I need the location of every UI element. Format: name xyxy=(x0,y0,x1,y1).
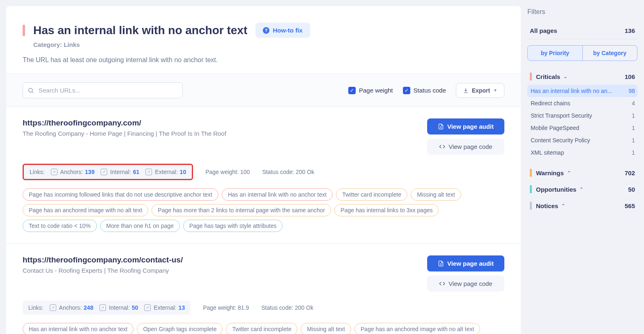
filter-label: Mobile PageSpeed xyxy=(531,125,579,131)
svg-point-0 xyxy=(29,88,32,92)
checkbox-icon: ✓ xyxy=(348,87,356,94)
section-opportunities[interactable]: Opportunities ⌃ 50 xyxy=(527,181,637,197)
tab-by-priority[interactable]: by Priority xyxy=(527,45,583,61)
section-name: Criticals xyxy=(536,73,560,80)
section-count: 50 xyxy=(628,186,635,193)
links-stats: Links: ↗Anchors: 248 ↗Internal: 50 ↗Exte… xyxy=(23,301,191,315)
filter-sections: Criticals ⌄ 106 Has an internal link wit… xyxy=(527,68,637,214)
tags-row: Has an internal link with no anchor text… xyxy=(23,323,504,334)
search-input[interactable] xyxy=(23,82,183,98)
tab-by-category[interactable]: by Category xyxy=(583,45,638,61)
filter-item[interactable]: Strict Transport Security 1 xyxy=(527,109,637,122)
internal-count[interactable]: 50 xyxy=(132,304,138,311)
result-page-title: The Roofing Company - Home Page | Financ… xyxy=(23,130,226,137)
link-icon: ↗ xyxy=(101,169,107,175)
link-icon: ↗ xyxy=(144,304,151,311)
issue-tag[interactable]: Page has incoming followed links that do… xyxy=(23,188,218,201)
filter-label: Strict Transport Security xyxy=(531,112,592,119)
view-page-code-button[interactable]: View page code xyxy=(427,139,504,155)
link-icon: ↗ xyxy=(99,304,106,311)
external-count[interactable]: 10 xyxy=(180,169,186,175)
filter-item[interactable]: Has an internal link with no an... 98 xyxy=(527,85,637,97)
filters-heading: Filters xyxy=(527,8,637,16)
links-stats: Links: ↗Anchors: 139 ↗Internal: 61 ↗Exte… xyxy=(23,164,193,180)
issue-tag[interactable]: Missing alt text xyxy=(411,188,461,201)
section-name: Warnings xyxy=(536,169,564,176)
issue-tag[interactable]: More than one h1 on page xyxy=(100,220,180,232)
filter-count: 98 xyxy=(628,88,635,94)
issue-tag[interactable]: Has an internal link with no anchor text xyxy=(23,323,133,334)
section-count: 565 xyxy=(625,202,635,209)
section-count: 702 xyxy=(625,169,635,176)
section-warnings[interactable]: Warnings ⌃ 702 xyxy=(527,165,637,181)
result-url[interactable]: https://theroofingcompany.com/contact-us… xyxy=(23,255,183,264)
link-icon: ↗ xyxy=(51,169,58,175)
howto-fix-button[interactable]: ? How-to fix xyxy=(255,23,310,38)
issue-tag[interactable]: Page has an anchored image with no alt t… xyxy=(354,323,480,334)
link-icon: ↗ xyxy=(50,304,56,311)
search-box xyxy=(23,82,183,98)
issue-tag[interactable]: Page has internal links to 3xx pages xyxy=(334,204,439,216)
filter-label: XML sitemap xyxy=(531,149,564,156)
severity-marker xyxy=(530,185,532,193)
filter-item[interactable]: XML sitemap 1 xyxy=(527,146,637,159)
filter-count: 4 xyxy=(632,100,635,107)
page-weight-checkbox[interactable]: ✓ Page weight xyxy=(348,87,393,94)
filters-sidebar: Filters All pages 136 by Priority by Cat… xyxy=(521,0,644,334)
issue-tag[interactable]: Page has more than 2 links to internal p… xyxy=(152,204,331,216)
main-content: Has an internal link with no anchor text… xyxy=(6,6,521,334)
page-title: Has an internal link with no anchor text xyxy=(33,24,247,37)
filter-label: Has an internal link with no an... xyxy=(531,88,612,94)
anchors-count[interactable]: 248 xyxy=(84,304,93,311)
category-label: Category: Links xyxy=(33,41,504,48)
internal-count[interactable]: 61 xyxy=(133,169,140,175)
help-icon: ? xyxy=(263,27,269,34)
filter-item[interactable]: Content Security Policy 1 xyxy=(527,134,637,146)
issue-tag[interactable]: Missing alt text xyxy=(301,323,351,334)
tags-row: Page has incoming followed links that do… xyxy=(23,188,504,232)
section-count: 106 xyxy=(625,73,635,80)
external-count[interactable]: 13 xyxy=(179,304,185,311)
status-code-stat: Status code: 200 Ok xyxy=(261,304,313,311)
issue-tag[interactable]: Has an internal link with no anchor text xyxy=(222,188,333,201)
filter-item[interactable]: Redirect chains 4 xyxy=(527,97,637,109)
code-icon xyxy=(439,281,445,287)
section-notices[interactable]: Notices ⌃ 565 xyxy=(527,197,637,214)
page-description: The URL has at least one outgoing intern… xyxy=(23,56,504,64)
severity-marker xyxy=(23,25,25,36)
anchors-count[interactable]: 139 xyxy=(85,169,94,175)
page-weight-stat: Page weight: 100 xyxy=(205,169,250,175)
search-icon xyxy=(28,87,34,94)
view-page-audit-button[interactable]: View page audit xyxy=(427,255,504,271)
result-item: https://theroofingcompany.com/ The Roofi… xyxy=(6,107,521,244)
issue-tag[interactable]: Page has an anchored image with no alt t… xyxy=(23,204,148,216)
code-icon xyxy=(439,144,445,150)
page-weight-stat: Page weight: 81.9 xyxy=(203,304,249,311)
chevron-up-icon: ⌃ xyxy=(580,187,583,192)
filter-count: 1 xyxy=(632,149,635,156)
view-page-audit-button[interactable]: View page audit xyxy=(427,118,504,135)
svg-line-1 xyxy=(32,92,33,93)
status-code-checkbox[interactable]: ✓ Status code xyxy=(403,87,446,94)
page-header: Has an internal link with no anchor text… xyxy=(6,6,521,74)
issue-tag[interactable]: Page has tags with style attributes xyxy=(183,220,283,232)
filter-count: 1 xyxy=(632,112,635,119)
document-icon xyxy=(438,123,444,130)
status-code-stat: Status code: 200 Ok xyxy=(262,169,314,175)
filter-label: Redirect chains xyxy=(531,100,570,107)
section-criticals[interactable]: Criticals ⌄ 106 xyxy=(527,68,637,85)
chevron-down-icon: ⌄ xyxy=(564,74,567,79)
issue-tag[interactable]: Open Graph tags incomplete xyxy=(137,323,223,334)
issue-tag[interactable]: Twitter card incomplete xyxy=(336,188,407,201)
all-pages-filter[interactable]: All pages 136 xyxy=(527,22,637,39)
issue-tag[interactable]: Twitter card incomplete xyxy=(226,323,297,334)
issue-tag[interactable]: Text to code ratio < 10% xyxy=(23,220,97,232)
result-page-title: Contact Us - Roofing Experts | The Roofi… xyxy=(23,267,183,274)
result-url[interactable]: https://theroofingcompany.com/ xyxy=(23,118,226,128)
view-page-code-button[interactable]: View page code xyxy=(427,276,504,292)
filter-item[interactable]: Mobile PageSpeed 1 xyxy=(527,122,637,134)
export-button[interactable]: Export ▼ xyxy=(456,83,504,98)
filter-tabs: by Priority by Category xyxy=(527,45,637,61)
severity-marker xyxy=(530,72,532,81)
toolbar: ✓ Page weight ✓ Status code Export ▼ xyxy=(6,74,521,107)
